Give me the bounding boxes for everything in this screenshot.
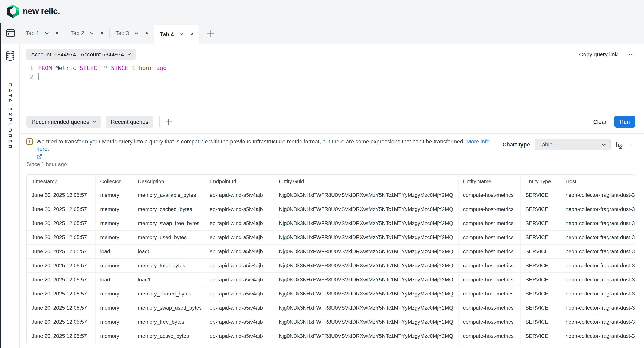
chevron-down-icon[interactable] bbox=[180, 33, 183, 35]
chart-more-menu-icon[interactable]: ⋯ bbox=[628, 141, 636, 148]
table-cell: load5 bbox=[133, 245, 205, 259]
line-code: FROM Metric SELECT * SINCE 1 hour ago bbox=[38, 64, 167, 73]
table-cell: compute-host-metrics bbox=[458, 329, 520, 343]
close-icon[interactable]: ✕ bbox=[100, 30, 104, 36]
account-picker[interactable]: Account: 6844974 - Account 6844974 bbox=[26, 49, 136, 60]
table-cell: memory_buffers_bytes bbox=[133, 343, 205, 346]
table-cell: Njg0NDk3NHxFWFR8U0VSVklDRXwtMzY5NTc1MTYy… bbox=[274, 188, 458, 202]
close-icon[interactable]: ✕ bbox=[190, 31, 194, 37]
table-cell: neon-collector-fragrant-dust-3 bbox=[561, 329, 635, 343]
column-header[interactable]: Collector bbox=[95, 175, 133, 188]
chevron-down-icon[interactable] bbox=[134, 32, 138, 34]
tab-label: Tab 1 bbox=[26, 30, 39, 36]
column-header[interactable]: Host bbox=[561, 175, 635, 188]
data-explorer-rail: DATA EXPLORER bbox=[1, 43, 20, 348]
table-cell: ep-rapid-wind-a5iv4ajb bbox=[205, 273, 274, 287]
add-tab-button[interactable] bbox=[207, 29, 215, 37]
time-range-label: Since 1 hour ago bbox=[26, 161, 502, 167]
app-window: new relic. Tab 1✕Tab 2✕Tab 3✕Tab 4✕ bbox=[0, 0, 644, 348]
table-cell: neon-collector-fragrant-dust-3 bbox=[561, 259, 635, 273]
chart-type-select[interactable]: Table bbox=[534, 139, 611, 150]
column-header[interactable]: Timestamp bbox=[27, 175, 95, 188]
table-cell: SERVICE bbox=[520, 315, 561, 329]
table-cell: June 20, 2025 12:05:57 bbox=[27, 230, 95, 245]
external-link-icon[interactable] bbox=[36, 154, 42, 160]
chevron-down-icon[interactable] bbox=[45, 32, 49, 34]
table-cell: memory bbox=[95, 301, 133, 315]
query-editor[interactable]: 1FROM Metric SELECT * SINCE 1 hour ago2 bbox=[20, 64, 644, 81]
text-cursor bbox=[38, 73, 39, 80]
results-table-container: TimestampCollectorDescriptionEndpoint Id… bbox=[26, 174, 636, 346]
column-header[interactable]: Entity.Name bbox=[458, 175, 520, 188]
table-cell: ep-rapid-wind-a5iv4ajb bbox=[205, 287, 274, 301]
table-cell: neon-collector-fragrant-dust-3 bbox=[561, 230, 635, 245]
line-number: 1 bbox=[26, 64, 33, 73]
tab-4[interactable]: Tab 4✕ bbox=[154, 25, 199, 43]
table-row: June 20, 2025 12:05:57loadload5ep-rapid-… bbox=[27, 245, 635, 259]
table-cell: ep-rapid-wind-a5iv4ajb bbox=[205, 329, 274, 343]
column-header[interactable]: Description bbox=[133, 175, 205, 188]
table-cell: compute-host-metrics bbox=[458, 202, 520, 216]
table-cell: memory bbox=[95, 329, 133, 343]
tab-1[interactable]: Tab 1✕ bbox=[20, 23, 64, 43]
table-cell: compute-host-metrics bbox=[458, 245, 520, 259]
table-header-row: TimestampCollectorDescriptionEndpoint Id… bbox=[27, 175, 635, 188]
table-cell: memory_swap_free_bytes bbox=[133, 216, 205, 230]
database-icon[interactable] bbox=[5, 50, 16, 61]
table-cell: SERVICE bbox=[520, 301, 561, 315]
table-cell: neon-collector-fragrant-dust-3 bbox=[561, 188, 635, 202]
warning-icon: ! bbox=[26, 138, 33, 145]
more-menu-icon[interactable]: ⋯ bbox=[628, 50, 636, 58]
close-icon[interactable]: ✕ bbox=[145, 30, 149, 36]
table-cell: neon-collector-fragrant-dust-3 bbox=[561, 202, 635, 216]
table-cell: compute-host-metrics bbox=[458, 259, 520, 273]
chevron-down-icon bbox=[127, 53, 131, 55]
tab-2[interactable]: Tab 2✕ bbox=[65, 23, 110, 43]
table-cell: Njg0NDk3NHxFWFR8U0VSVklDRXwtMzY5NTc1MTYy… bbox=[274, 259, 458, 273]
table-cell: Njg0NDk3NHxFWFR8U0VSVklDRXwtMzY5NTc1MTYy… bbox=[274, 273, 458, 287]
line-number: 2 bbox=[26, 73, 33, 81]
recent-queries-button[interactable]: Recent queries bbox=[106, 116, 154, 127]
table-row: June 20, 2025 12:05:57memorymemory_swap_… bbox=[27, 301, 635, 315]
table-row: June 20, 2025 12:05:57memorymemory_free_… bbox=[27, 315, 635, 329]
run-button[interactable]: Run bbox=[614, 116, 636, 128]
tab-3[interactable]: Tab 3✕ bbox=[110, 23, 154, 43]
table-cell: compute-host-metrics bbox=[458, 287, 520, 301]
query-header-right: Copy query link ⋯ bbox=[579, 50, 636, 58]
table-cell: compute-host-metrics bbox=[458, 230, 520, 245]
table-cell: memory bbox=[95, 216, 133, 230]
table-cell: Njg0NDk3NHxFWFR8U0VSVklDRXwtMzY5NTc1MTYy… bbox=[274, 301, 458, 315]
clear-button[interactable]: Clear bbox=[593, 118, 606, 125]
table-cell: compute-host-metrics bbox=[458, 301, 520, 315]
table-cell: memory bbox=[95, 315, 133, 329]
notice-row: ! We tried to transform your Metric quer… bbox=[20, 134, 644, 167]
table-cell: ep-rapid-wind-a5iv4ajb bbox=[205, 301, 274, 315]
table-cell: SERVICE bbox=[520, 329, 561, 343]
new-relic-logo-icon bbox=[6, 4, 19, 18]
table-cell: June 20, 2025 12:05:57 bbox=[27, 216, 95, 230]
chevron-down-icon[interactable] bbox=[90, 32, 94, 34]
table-cell: Njg0NDk3NHxFWFR8U0VSVklDRXwtMzY5NTc1MTYy… bbox=[274, 230, 458, 245]
table-row: June 20, 2025 12:05:57memorymemory_avail… bbox=[27, 188, 635, 202]
add-query-button[interactable] bbox=[165, 118, 172, 125]
table-cell: neon-collector-fragrant-dust-3 bbox=[561, 343, 635, 346]
query-console-icon[interactable] bbox=[6, 28, 16, 38]
table-cell: ep-rapid-wind-a5iv4ajb bbox=[205, 245, 274, 259]
main-content: Account: 6844974 - Account 6844974 Copy … bbox=[20, 43, 644, 348]
column-header[interactable]: Endpoint Id bbox=[205, 175, 274, 188]
recommended-queries-button[interactable]: Recommended queries bbox=[26, 116, 102, 127]
table-row: June 20, 2025 12:05:57memorymemory_total… bbox=[27, 259, 635, 273]
column-header[interactable]: Entity.Guid bbox=[274, 175, 458, 188]
table-cell: Njg0NDk3NHxFWFR8U0VSVklDRXwtMzY5NTc1MTYy… bbox=[274, 216, 458, 230]
table-cell: memory bbox=[95, 287, 133, 301]
plus-icon bbox=[165, 118, 172, 125]
table-cell: compute-host-metrics bbox=[458, 315, 520, 329]
close-icon[interactable]: ✕ bbox=[55, 30, 59, 36]
table-cell: SERVICE bbox=[520, 202, 561, 216]
table-cell: memory bbox=[95, 259, 133, 273]
table-cell: Njg0NDk3NHxFWFR8U0VSVklDRXwtMzY5NTc1MTYy… bbox=[274, 245, 458, 259]
edit-chart-icon[interactable] bbox=[615, 140, 624, 149]
copy-query-link-button[interactable]: Copy query link bbox=[579, 51, 618, 57]
tab-label: Tab 2 bbox=[70, 30, 84, 36]
column-header[interactable]: Entity.Type bbox=[520, 175, 561, 188]
